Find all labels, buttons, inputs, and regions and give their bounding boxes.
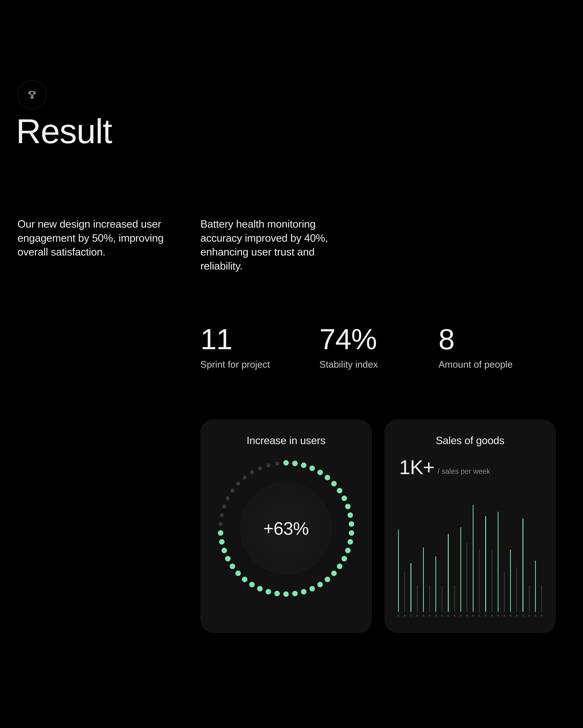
bar-dim [492, 549, 492, 612]
ring-dot [331, 481, 337, 486]
stat-people: 8 Amount of people [439, 324, 547, 370]
bar-accent [473, 505, 473, 612]
stat-label: Stability index [320, 359, 427, 370]
bar-accent [523, 518, 523, 612]
bar-accent [510, 549, 511, 612]
sales-bar-chart [397, 501, 543, 612]
ring-dot [225, 556, 230, 562]
ring-dot [236, 482, 240, 486]
ring-dot [242, 577, 247, 582]
ring-dot [345, 548, 351, 553]
sales-headline: 1K+ [399, 456, 434, 479]
ring-dot [349, 530, 354, 536]
stat-value: 11 [200, 324, 308, 354]
ring-dot [258, 466, 262, 470]
ring-dot [283, 460, 289, 466]
bar-dim [429, 585, 430, 612]
bar-dim [504, 572, 505, 612]
ring-dot [219, 539, 225, 545]
ring-dot [345, 504, 351, 509]
ring-dot [342, 495, 347, 501]
ring-dot [275, 461, 279, 465]
ring-dot [325, 577, 330, 582]
stat-value: 8 [439, 324, 547, 354]
card-users: Increase in users +63% [200, 419, 372, 633]
ring-dot [349, 521, 354, 527]
ring-dot [230, 489, 234, 493]
bar-dim [529, 585, 530, 612]
bar-accent [448, 534, 448, 612]
bar-dim [404, 572, 405, 612]
ring-dot [257, 586, 263, 591]
progress-value: +63% [241, 483, 332, 574]
ring-dot [337, 488, 342, 493]
bar-dim [454, 585, 455, 612]
card-title: Sales of goods [397, 434, 543, 446]
bar-accent [535, 561, 536, 612]
bar-dim [479, 549, 480, 612]
card-sales: Sales of goods 1K+ / sales per week [384, 419, 556, 633]
ring-dot [218, 530, 223, 536]
ring-dot [235, 571, 241, 576]
ring-dot [243, 476, 247, 479]
ring-dot [331, 571, 337, 576]
ring-dot [230, 564, 235, 569]
ring-dot [222, 548, 227, 553]
ring-dot [274, 591, 280, 596]
bar-dim [541, 585, 542, 612]
ring-dot [222, 504, 226, 509]
ring-dot [309, 466, 315, 471]
bar-accent [398, 529, 399, 612]
ring-dot [301, 463, 306, 468]
card-title: Increase in users [213, 434, 359, 446]
bar-dim [417, 585, 418, 612]
ring-dot [250, 470, 254, 474]
ring-dot [317, 582, 323, 588]
bar-accent [461, 527, 461, 612]
ring-dot [301, 589, 306, 595]
bar-accent [423, 547, 424, 612]
ring-dot [292, 461, 298, 466]
ring-dot [348, 539, 353, 545]
ring-dot [317, 470, 323, 475]
stat-value: 74% [320, 324, 427, 354]
stats-row: 11 Sprint for project 74% Stability inde… [200, 324, 547, 370]
ring-dot [325, 475, 330, 480]
cards-row: Increase in users +63% Sales of goods 1K… [200, 419, 556, 633]
bar-dim [516, 567, 517, 612]
ring-dot [337, 564, 342, 569]
result-summary-2: Battery health monitoring accuracy impro… [200, 217, 357, 273]
trophy-icon [18, 80, 47, 109]
progress-ring: +63% [215, 458, 357, 600]
ring-dot [266, 463, 270, 467]
ring-dot [342, 556, 347, 562]
stat-label: Amount of people [439, 359, 547, 370]
bar-accent [436, 556, 436, 612]
ring-dot [249, 582, 255, 588]
result-summary-1: Our new design increased user engagement… [18, 217, 174, 259]
ring-dot [219, 522, 223, 526]
bar-dim [442, 585, 442, 612]
ring-dot [226, 496, 230, 500]
ring-dot [309, 586, 315, 591]
bar-accent [498, 512, 498, 612]
bar-dim [467, 543, 467, 612]
bar-accent [485, 516, 486, 612]
ring-dot [292, 591, 298, 596]
ring-dot [266, 589, 271, 595]
sales-per: / sales per week [438, 467, 490, 475]
bar-accent [411, 563, 411, 612]
ring-dot [348, 513, 353, 518]
ring-dot [220, 513, 224, 517]
ring-dot [283, 591, 289, 597]
stat-label: Sprint for project [200, 359, 308, 370]
page-title: Result [16, 111, 112, 151]
stat-sprint: 11 Sprint for project [200, 324, 308, 370]
stat-stability: 74% Stability index [320, 324, 427, 370]
